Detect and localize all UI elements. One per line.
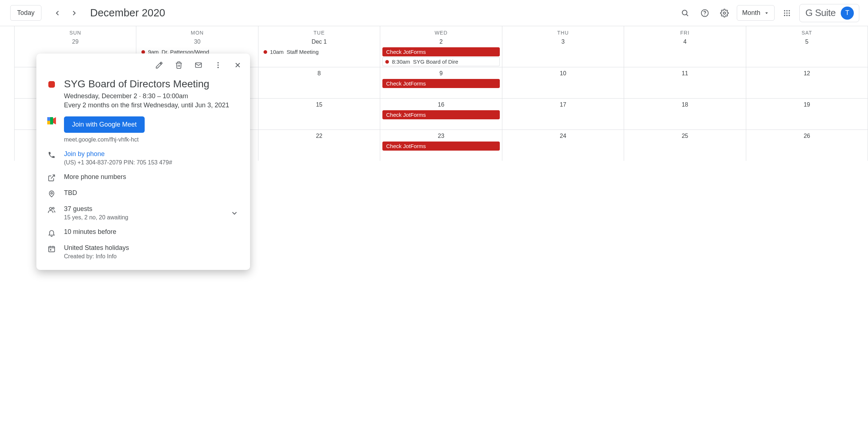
join-meet-button[interactable]: Join with Google Meet xyxy=(64,116,145,133)
edit-button[interactable] xyxy=(152,58,166,72)
weekday-row: SUN MON TUE WED THU FRI SAT xyxy=(15,26,868,36)
color-swatch-icon xyxy=(48,81,55,88)
event-dot-icon xyxy=(141,50,145,54)
svg-point-14 xyxy=(788,15,790,16)
today-button[interactable]: Today xyxy=(10,5,41,21)
svg-point-17 xyxy=(217,64,219,66)
day-cell[interactable]: 12 xyxy=(746,67,868,98)
dow-sun: SUN xyxy=(15,26,136,36)
day-cell[interactable]: 11 xyxy=(624,67,746,98)
day-cell[interactable]: 22 xyxy=(258,130,380,161)
view-selector[interactable]: Month xyxy=(737,5,775,21)
event-chip-selected[interactable]: 8:30am SYG Board of Dire xyxy=(382,57,499,66)
event-chip[interactable]: 10am Staff Meeting xyxy=(261,47,378,56)
day-number: 10 xyxy=(502,68,624,78)
dow-thu: THU xyxy=(502,26,624,36)
day-number: 16 xyxy=(380,99,502,110)
day-cell[interactable]: 15 xyxy=(258,99,380,130)
phone-row: Join by phone (US) +1 304-837-2079 PIN: … xyxy=(47,147,240,161)
day-number: 15 xyxy=(258,99,380,110)
day-cell[interactable]: 18 xyxy=(624,99,746,130)
svg-rect-23 xyxy=(47,121,50,124)
day-number: 23 xyxy=(380,131,502,141)
event-block[interactable]: Check JotForms xyxy=(382,79,499,88)
day-cell[interactable]: 25 xyxy=(624,130,746,161)
event-time: 8:30am xyxy=(392,59,410,65)
day-number: 4 xyxy=(624,36,746,47)
event-dot-icon xyxy=(385,60,389,64)
event-header-row: SYG Board of Directors Meeting Wednesday… xyxy=(47,74,240,113)
help-button[interactable] xyxy=(698,6,712,20)
mail-icon xyxy=(194,61,202,69)
phone-icon-slot xyxy=(47,150,57,161)
day-number: 24 xyxy=(502,131,624,141)
day-cell[interactable]: 9 Check JotForms xyxy=(380,67,502,98)
google-apps-button[interactable] xyxy=(780,6,794,20)
meet-row: Join with Google Meet meet.google.com/fh… xyxy=(47,113,240,147)
dow-tue: TUE xyxy=(258,26,380,36)
phone-icon xyxy=(48,151,56,159)
svg-rect-22 xyxy=(47,117,50,121)
day-cell[interactable]: 26 xyxy=(746,130,868,161)
svg-rect-24 xyxy=(50,117,53,124)
day-number: 11 xyxy=(624,68,746,78)
svg-point-18 xyxy=(217,67,219,68)
day-number: 25 xyxy=(624,131,746,141)
event-time: 10am xyxy=(270,49,284,55)
caret-down-icon xyxy=(764,11,769,16)
event-color-swatch xyxy=(47,77,57,109)
popover-actions xyxy=(41,58,246,72)
email-button[interactable] xyxy=(191,58,206,72)
day-cell[interactable]: 4 xyxy=(624,36,746,67)
event-datetime: Wednesday, December 2 · 8:30 – 10:00am xyxy=(64,92,240,100)
prev-month-button[interactable] xyxy=(50,6,65,20)
day-cell[interactable]: 17 xyxy=(502,99,624,130)
svg-point-0 xyxy=(682,10,687,15)
options-button[interactable] xyxy=(211,58,225,72)
event-title: SYG Board of Dire xyxy=(413,59,458,65)
search-button[interactable] xyxy=(678,6,692,20)
delete-button[interactable] xyxy=(172,58,186,72)
event-dot-icon xyxy=(264,50,267,54)
event-title: Staff Meeting xyxy=(286,49,318,55)
app-header: Today December 2020 Month xyxy=(0,0,868,26)
join-phone-link[interactable]: Join by phone xyxy=(64,150,240,158)
gsuite-logo: G Suite xyxy=(805,7,836,19)
view-label: Month xyxy=(742,9,760,17)
dow-sat: SAT xyxy=(746,26,868,36)
event-block[interactable]: Check JotForms xyxy=(382,110,499,119)
day-cell[interactable]: 24 xyxy=(502,130,624,161)
gear-icon xyxy=(720,9,729,17)
day-number: 26 xyxy=(746,131,868,141)
day-cell[interactable]: 8 xyxy=(258,67,380,98)
day-cell[interactable]: 19 xyxy=(746,99,868,130)
svg-point-16 xyxy=(217,62,219,64)
close-button[interactable] xyxy=(230,58,245,72)
day-cell[interactable]: 2 Check JotForms 8:30am SYG Board of Dir… xyxy=(380,36,502,67)
svg-point-13 xyxy=(786,15,788,16)
day-cell[interactable]: 3 xyxy=(502,36,624,67)
day-number: 29 xyxy=(15,36,136,47)
phone-detail: (US) +1 304-837-2079 PIN: 705 153 479# xyxy=(64,159,240,161)
day-cell[interactable]: 23 Check JotForms xyxy=(380,130,502,161)
next-month-button[interactable] xyxy=(67,6,81,20)
event-block[interactable]: Check JotForms xyxy=(382,47,499,56)
header-right: Month G Suite T xyxy=(678,4,859,22)
help-icon xyxy=(700,9,709,17)
day-cell[interactable]: Dec 1 10am Staff Meeting xyxy=(258,36,380,67)
apps-grid-icon xyxy=(783,9,791,17)
avatar[interactable]: T xyxy=(841,7,854,20)
dow-fri: FRI xyxy=(624,26,746,36)
gsuite-account[interactable]: G Suite T xyxy=(799,4,859,22)
settings-button[interactable] xyxy=(717,6,732,20)
dow-wed: WED xyxy=(380,26,502,36)
day-number: 9 xyxy=(380,68,502,78)
svg-point-4 xyxy=(723,12,726,14)
day-cell[interactable]: 16 Check JotForms xyxy=(380,99,502,130)
event-block[interactable]: Check JotForms xyxy=(382,142,499,151)
day-cell[interactable]: 10 xyxy=(502,67,624,98)
trash-icon xyxy=(175,61,183,69)
day-number: Dec 1 xyxy=(258,36,380,47)
meet-link: meet.google.com/fhj-vhfk-hct xyxy=(64,136,240,143)
day-cell[interactable]: 5 xyxy=(746,36,868,67)
